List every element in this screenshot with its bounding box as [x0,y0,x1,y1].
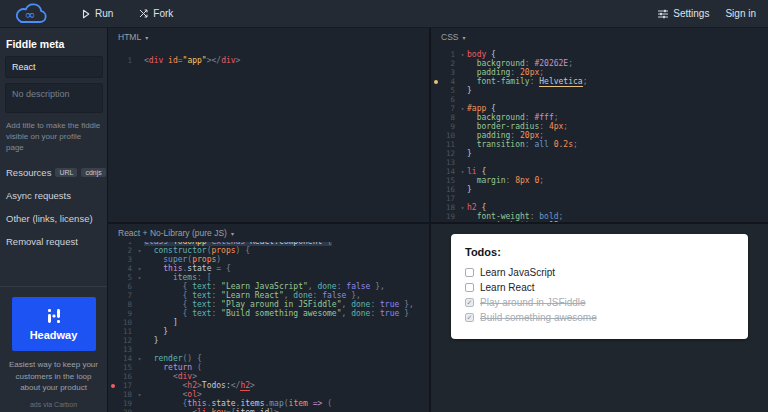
html-panel-header[interactable]: HTML ▾ [108,28,429,46]
sidebar-item-removal-request[interactable]: Removal request [0,230,107,253]
fold-arrow-icon[interactable]: ▾ [135,246,144,255]
line-marker-icon [431,77,440,86]
line-number: 20 [117,408,132,412]
fold-arrow-icon[interactable]: ▾ [135,273,144,282]
resources-label: Resources [6,167,51,178]
fold-arrow-icon[interactable]: ▾ [135,390,144,399]
line-number: 7 [117,291,132,300]
line-marker-slot [431,149,440,158]
fold-slot [458,113,467,122]
line-marker-slot [108,291,117,300]
line-marker-slot [431,194,440,203]
url-badge[interactable]: URL [55,168,77,177]
js-panel-header[interactable]: React + No-Library (pure JS) ▾ [108,224,429,242]
sidebar-item-other[interactable]: Other (links, license) [0,207,107,230]
line-marker-slot [431,95,440,104]
headway-brand: Headway [30,329,78,341]
html-code-editor[interactable]: 1<div id="app"></div> [108,46,429,222]
fiddle-description-input[interactable] [5,83,103,113]
code-line: 3 padding: 20px; [431,68,768,77]
fork-label: Fork [153,8,173,19]
fiddle-title-input[interactable] [5,56,103,78]
line-number: 14 [117,354,132,363]
todo-item: ✓Play around in JSFiddle [465,295,734,310]
fold-arrow-icon[interactable]: ▾ [458,104,467,113]
fold-slot [135,345,144,354]
caret-down-icon: ▾ [231,230,234,237]
todo-label: Play around in JSFiddle [480,297,586,308]
line-marker-slot [108,300,117,309]
code-line: 19 font-weight: bold; [431,212,768,221]
ad-tagline[interactable]: Easiest way to keep your customers in th… [0,351,107,393]
line-marker-slot [431,221,440,222]
line-marker-slot [108,282,117,291]
todo-checkbox[interactable] [465,283,474,292]
line-marker-slot [431,104,440,113]
line-number: 13 [440,158,455,167]
cdnjs-badge[interactable]: cdnjs [81,168,105,177]
code-line: 6 [431,95,768,104]
fold-slot [135,255,144,264]
ads-via-carbon[interactable]: ads via Carbon [0,401,107,408]
settings-button[interactable]: Settings [658,8,709,19]
line-number: 6 [440,95,455,104]
signin-button[interactable]: Sign in [725,8,756,19]
fiddle-meta-heading: Fiddle meta [0,36,107,56]
line-marker-slot [108,318,117,327]
fold-arrow-icon[interactable]: ▾ [135,264,144,273]
line-number: 16 [117,372,132,381]
line-marker-slot [108,327,117,336]
fold-arrow-icon[interactable]: ▾ [458,167,467,176]
code-line: 19 {this.state.items.map(item => ( [108,399,429,408]
line-number: 18 [117,390,132,399]
sidebar-item-resources[interactable]: Resources URL cdnjs [0,161,107,184]
line-number: 17 [117,381,132,390]
fold-slot [458,212,467,221]
js-code-editor[interactable]: 1class TodoApp extends React.Component {… [108,242,429,412]
line-number: 9 [440,122,455,131]
code-line: 10 padding: 20px; [431,131,768,140]
css-panel-header[interactable]: CSS ▾ [431,28,768,46]
css-code-editor[interactable]: 1▾body {2 background: #20262E;3 padding:… [431,46,768,222]
todo-checkbox[interactable]: ✓ [465,298,474,307]
line-number: 19 [440,212,455,221]
line-marker-slot [108,336,117,345]
todo-checkbox[interactable] [465,268,474,277]
line-number: 5 [117,273,132,282]
fold-arrow-icon[interactable]: ▾ [458,203,467,212]
headway-logo-icon [45,307,63,325]
fold-arrow-icon[interactable]: ▾ [135,354,144,363]
todo-item: ✓Build something awesome [465,310,734,325]
headway-ad-image[interactable]: Headway [12,297,96,351]
line-marker-slot [431,185,440,194]
result-panel: Todos: Learn JavaScriptLearn React✓Play … [431,224,768,412]
main-area: Fiddle meta Add title to make the fiddle… [0,28,768,412]
fold-arrow-icon[interactable]: ▾ [458,50,467,59]
fold-slot [458,185,467,194]
line-marker-slot [431,122,440,131]
sidebar-item-async-requests[interactable]: Async requests [0,184,107,207]
line-marker-slot [431,158,440,167]
code-line: 16} [431,185,768,194]
jsfiddle-logo[interactable]: ∞ [12,2,48,26]
code-line: 14▾li { [431,167,768,176]
line-number: 2 [117,246,132,255]
line-number: 18 [440,203,455,212]
fold-slot [135,318,144,327]
line-number: 2 [440,59,455,68]
jsfiddle-cloud-infinity-icon: ∞ [12,2,48,26]
line-number: 4 [117,264,132,273]
fold-slot [458,194,467,203]
line-number: 15 [117,363,132,372]
code-line: 20 <li key={item.id}> [108,408,429,412]
todo-label: Build something awesome [480,312,597,323]
fork-button[interactable]: Fork [139,8,173,19]
line-number: 13 [117,345,132,354]
fold-slot [135,291,144,300]
fold-slot [458,68,467,77]
code-line: 11 transition: all 0.2s; [431,140,768,149]
run-button[interactable]: Run [82,8,113,19]
todo-checkbox[interactable]: ✓ [465,313,474,322]
fold-slot [135,56,144,65]
result-heading: Todos: [465,246,734,258]
